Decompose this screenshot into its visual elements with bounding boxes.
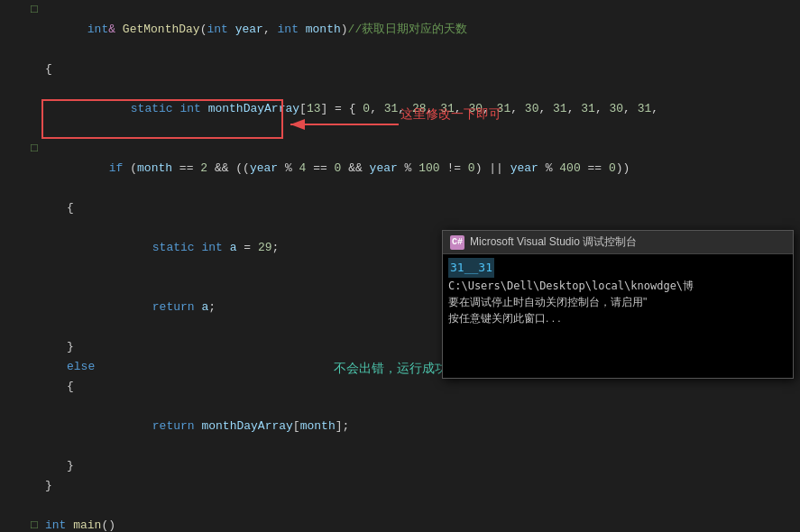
console-body: 31__31 C:\Users\Dell\Desktop\local\knowd… xyxy=(443,254,793,378)
console-msg2: 按任意键关闭此窗口. . . xyxy=(448,310,787,326)
line-3: static int monthDayArray[13] = { 0, 31, … xyxy=(0,79,800,139)
line-11: return monthDayArray[month]; xyxy=(0,397,800,456)
console-title-text: Microsoft Visual Studio 调试控制台 xyxy=(470,234,637,250)
console-msg1: 要在调试停止时自动关闭控制台，请启用" xyxy=(448,294,787,310)
line-14 xyxy=(0,496,800,516)
line-13: } xyxy=(0,476,800,496)
console-path: C:\Users\Dell\Desktop\local\knowdge\博 xyxy=(448,278,787,294)
console-output-value: 31__31 xyxy=(448,258,494,278)
line-10: { xyxy=(0,377,800,397)
line-5: { xyxy=(0,198,800,218)
code-editor: □ int& GetMonthDay(int year, int month)/… xyxy=(0,0,800,532)
line-4: □ if (month == 2 && ((year % 4 == 0 && y… xyxy=(0,139,800,198)
line-1: □ int& GetMonthDay(int year, int month)/… xyxy=(0,0,800,60)
line-12: } xyxy=(0,456,800,476)
line-15: □ int main() xyxy=(0,516,800,532)
console-icon: C# xyxy=(450,235,464,250)
line-2: { xyxy=(0,60,800,79)
console-output: 31__31 xyxy=(448,258,787,278)
console-window[interactable]: C# Microsoft Visual Studio 调试控制台 31__31 … xyxy=(442,230,794,379)
console-titlebar: C# Microsoft Visual Studio 调试控制台 xyxy=(443,231,793,254)
